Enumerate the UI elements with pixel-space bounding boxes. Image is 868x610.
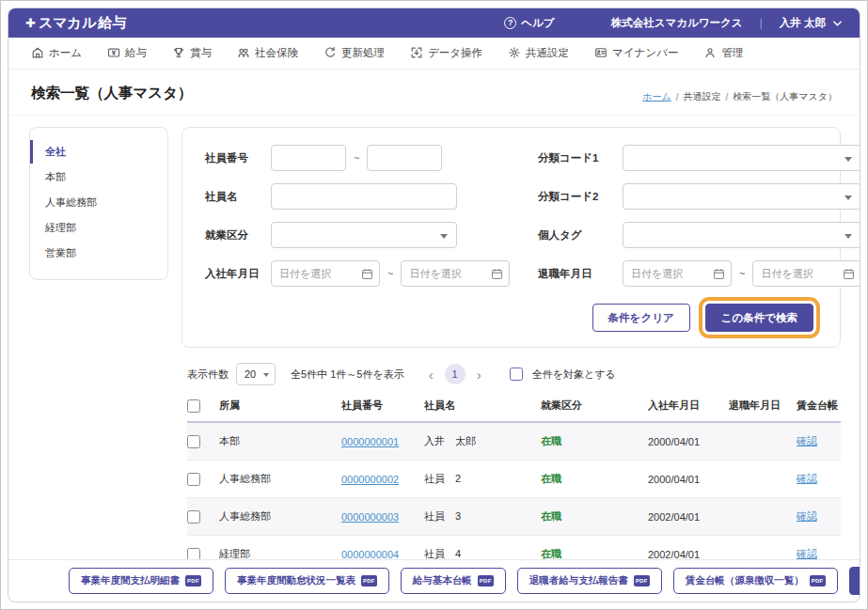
select-all-rows-checkbox[interactable] bbox=[187, 399, 200, 413]
nav-item-admin[interactable]: 管理 bbox=[703, 46, 743, 61]
company-name: 株式会社スマカルワークス bbox=[611, 16, 743, 30]
new-registration-button[interactable]: 新規登録 bbox=[849, 567, 860, 595]
clear-conditions-button[interactable]: 条件をクリア bbox=[592, 304, 690, 332]
results-table: 所属 社員番号 社員名 就業区分 入社年月日 退職年月日 賃金台帳 本部 000… bbox=[187, 389, 841, 559]
pagination: ‹ 1 › bbox=[429, 364, 481, 384]
nav-item-home[interactable]: ホーム bbox=[31, 46, 82, 61]
select-all-records-checkbox[interactable] bbox=[510, 368, 523, 381]
search-button[interactable]: この条件で検索 bbox=[705, 304, 813, 332]
nav-item-bonus[interactable]: 賞与 bbox=[172, 46, 212, 61]
cell-department: 人事総務部 bbox=[219, 509, 341, 524]
hire-date-to-input[interactable] bbox=[401, 260, 510, 287]
sidebar-item-hr-general-affairs[interactable]: 人事総務部 bbox=[30, 191, 167, 214]
nav-item-payroll[interactable]: 給与 bbox=[107, 46, 147, 61]
cell-hire-date: 2000/04/01 bbox=[648, 474, 729, 485]
nav-item-common-settings[interactable]: 共通設定 bbox=[508, 46, 569, 61]
category-code2-select[interactable] bbox=[623, 183, 860, 210]
retire-date-to-input[interactable] bbox=[752, 260, 860, 287]
row-checkbox[interactable] bbox=[187, 510, 200, 524]
status-badge: 在職 bbox=[541, 472, 648, 486]
employee-number-to-input[interactable] bbox=[367, 145, 442, 171]
category-code1-select[interactable] bbox=[623, 145, 860, 171]
sidebar-item-accounting[interactable]: 経理部 bbox=[30, 216, 167, 240]
employee-number-link[interactable]: 0000000001 bbox=[341, 436, 424, 447]
logo-suffix-text: 給与 bbox=[98, 14, 126, 32]
col-hire-date: 入社年月日 bbox=[648, 399, 729, 413]
personal-tag-select[interactable] bbox=[623, 222, 860, 248]
search-form-card: 社員番号 ~ 分類コード1 社員名 分類コード2 bbox=[181, 127, 841, 348]
row-checkbox[interactable] bbox=[187, 435, 200, 448]
retire-date-label: 退職年月日 bbox=[538, 267, 617, 281]
table-header-row: 所属 社員番号 社員名 就業区分 入社年月日 退職年月日 賃金台帳 bbox=[187, 389, 841, 423]
sidebar-item-all-company[interactable]: 全社 bbox=[30, 140, 167, 164]
next-page-icon[interactable]: › bbox=[477, 368, 481, 382]
user-menu[interactable]: 入井 太郎 bbox=[780, 16, 843, 30]
row-checkbox[interactable] bbox=[187, 473, 200, 486]
fiscal-year-attendance-list-button[interactable]: 事業年度間勤怠状況一覧表 PDF bbox=[225, 568, 389, 594]
table-row: 経理部 0000000004 社員 4 在職 2002/04/01 確認 bbox=[187, 536, 841, 559]
nav-item-update[interactable]: 更新処理 bbox=[324, 46, 385, 61]
nav-item-mynumber[interactable]: マイナンバー bbox=[594, 46, 678, 61]
wage-ledger-confirm-link[interactable]: 確認 bbox=[797, 509, 841, 524]
cell-department: 本部 bbox=[219, 434, 341, 448]
category-code2-label: 分類コード2 bbox=[538, 190, 617, 204]
help-button[interactable]: ? ヘルプ bbox=[504, 16, 554, 30]
employment-type-select[interactable] bbox=[271, 222, 457, 248]
category-code1-label: 分類コード1 bbox=[538, 151, 617, 165]
app-logo[interactable]: ✚スマカル給与 bbox=[25, 14, 126, 32]
fiscal-year-payment-statement-button[interactable]: 事業年度間支払明細書 PDF bbox=[69, 568, 213, 594]
wage-ledger-confirm-link[interactable]: 確認 bbox=[797, 472, 841, 486]
col-department: 所属 bbox=[219, 399, 341, 413]
cell-hire-date: 2002/04/01 bbox=[648, 511, 729, 523]
page-size-select[interactable]: 20 bbox=[236, 363, 276, 385]
results-toolbar: 表示件数 20 全5件中 1件～5件を表示 ‹ 1 › 全件を対象とする bbox=[187, 363, 841, 385]
main-panel: 社員番号 ~ 分類コード1 社員名 分類コード2 bbox=[181, 127, 841, 559]
nav-item-data-operations[interactable]: データ操作 bbox=[410, 46, 482, 61]
breadcrumb-separator: / bbox=[726, 92, 729, 102]
employee-number-link[interactable]: 0000000003 bbox=[341, 511, 424, 523]
employee-name-input[interactable] bbox=[271, 183, 457, 210]
caret-down-icon bbox=[440, 234, 448, 239]
page-size-value: 20 bbox=[245, 368, 256, 380]
employee-number-label: 社員番号 bbox=[205, 151, 265, 165]
row-checkbox[interactable] bbox=[187, 548, 200, 560]
sidebar-item-headquarters[interactable]: 本部 bbox=[30, 165, 167, 189]
caret-down-icon bbox=[263, 373, 269, 377]
retiree-payment-report-button[interactable]: 退職者給与支払報告書 PDF bbox=[517, 568, 662, 594]
retire-date-from-input[interactable] bbox=[623, 260, 732, 287]
prev-page-icon[interactable]: ‹ bbox=[429, 368, 434, 382]
hire-date-from-input[interactable] bbox=[271, 260, 380, 287]
range-separator: ~ bbox=[387, 268, 393, 279]
page-number[interactable]: 1 bbox=[445, 364, 466, 384]
caret-down-icon bbox=[844, 234, 852, 239]
employee-number-from-input[interactable] bbox=[271, 145, 346, 171]
social-insurance-people-icon bbox=[237, 46, 250, 61]
employee-number-link[interactable]: 0000000002 bbox=[341, 474, 424, 485]
pdf-icon: PDF bbox=[810, 575, 826, 587]
breadcrumb-home-link[interactable]: ホーム bbox=[642, 90, 671, 103]
wage-ledger-confirm-link[interactable]: 確認 bbox=[797, 547, 841, 559]
pdf-icon: PDF bbox=[185, 575, 201, 587]
chevron-down-icon bbox=[832, 18, 843, 29]
top-header: ✚スマカル給与 ? ヘルプ 株式会社スマカルワークス ｜ 入井 太郎 bbox=[8, 8, 860, 38]
nav-label: 社会保険 bbox=[255, 46, 298, 60]
range-separator: ~ bbox=[354, 152, 359, 164]
nav-label: 賞与 bbox=[190, 46, 212, 60]
payroll-basic-ledger-button[interactable]: 給与基本台帳 PDF bbox=[401, 568, 506, 594]
nav-label: 給与 bbox=[125, 46, 147, 60]
employee-number-link[interactable]: 0000000004 bbox=[341, 549, 424, 560]
personal-tag-label: 個人タグ bbox=[538, 228, 617, 242]
wage-ledger-withholding-list-button[interactable]: 賃金台帳（源泉徴収一覧） PDF bbox=[673, 568, 838, 594]
sidebar-item-sales[interactable]: 営業部 bbox=[30, 242, 167, 265]
status-badge: 在職 bbox=[541, 434, 648, 448]
content-area: 全社 本部 人事総務部 経理部 営業部 社員番号 ~ 分類コード1 bbox=[8, 116, 860, 559]
nav-label: 共通設定 bbox=[526, 46, 569, 60]
col-employee-number: 社員番号 bbox=[341, 399, 424, 413]
nav-item-social-insurance[interactable]: 社会保険 bbox=[237, 46, 298, 61]
wage-ledger-confirm-link[interactable]: 確認 bbox=[797, 434, 841, 448]
cell-hire-date: 2000/04/01 bbox=[648, 436, 729, 447]
cell-employee-name: 社員 3 bbox=[424, 509, 541, 524]
table-row: 人事総務部 0000000003 社員 3 在職 2002/04/01 確認 bbox=[187, 498, 841, 536]
button-label: 給与基本台帳 bbox=[413, 574, 472, 587]
data-import-icon bbox=[410, 46, 423, 61]
